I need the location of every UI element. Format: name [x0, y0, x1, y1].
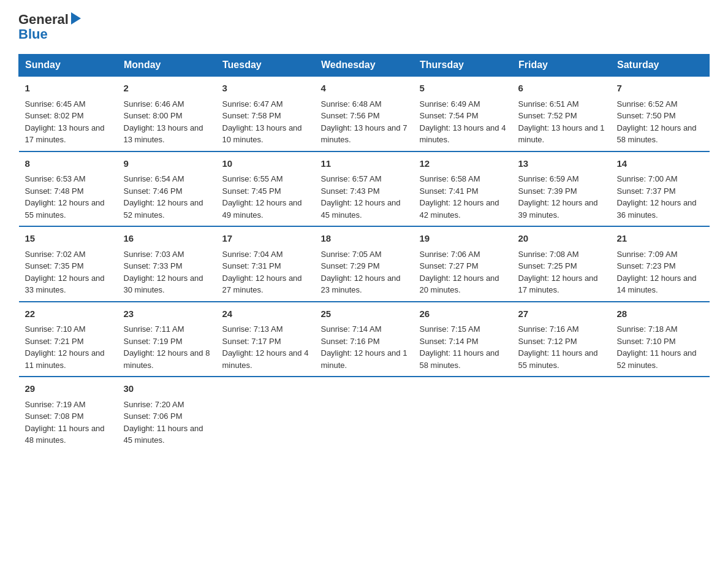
- day-info: Sunrise: 7:15 AMSunset: 7:14 PMDaylight:…: [420, 323, 506, 371]
- day-cell: 14Sunrise: 7:00 AMSunset: 7:37 PMDayligh…: [611, 151, 710, 227]
- day-cell: 15Sunrise: 7:02 AMSunset: 7:35 PMDayligh…: [19, 226, 118, 302]
- day-info: Sunrise: 6:55 AMSunset: 7:45 PMDaylight:…: [222, 173, 309, 221]
- day-number: 12: [420, 157, 506, 171]
- day-cell: 28Sunrise: 7:18 AMSunset: 7:10 PMDayligh…: [611, 302, 710, 377]
- day-cell: 2Sunrise: 6:46 AMSunset: 8:00 PMDaylight…: [118, 76, 216, 151]
- day-cell: 27Sunrise: 7:16 AMSunset: 7:12 PMDayligh…: [512, 302, 611, 377]
- day-info: Sunrise: 6:47 AMSunset: 7:58 PMDaylight:…: [222, 98, 309, 146]
- day-info: Sunrise: 6:46 AMSunset: 8:00 PMDaylight:…: [124, 98, 210, 146]
- day-number: 27: [518, 307, 605, 321]
- day-info: Sunrise: 6:57 AMSunset: 7:43 PMDaylight:…: [321, 173, 408, 221]
- day-number: 3: [222, 82, 309, 96]
- week-row-1: 1Sunrise: 6:45 AMSunset: 8:02 PMDaylight…: [19, 76, 710, 151]
- day-cell: 11Sunrise: 6:57 AMSunset: 7:43 PMDayligh…: [315, 151, 414, 227]
- day-cell: 22Sunrise: 7:10 AMSunset: 7:21 PMDayligh…: [19, 302, 118, 377]
- day-number: 16: [124, 232, 210, 246]
- day-number: 30: [124, 382, 210, 396]
- col-wednesday: Wednesday: [315, 55, 414, 77]
- day-number: 22: [25, 307, 112, 321]
- day-info: Sunrise: 6:49 AMSunset: 7:54 PMDaylight:…: [420, 98, 506, 146]
- day-info: Sunrise: 7:08 AMSunset: 7:25 PMDaylight:…: [518, 248, 605, 296]
- day-number: 26: [420, 307, 506, 321]
- day-info: Sunrise: 6:51 AMSunset: 7:52 PMDaylight:…: [518, 98, 605, 146]
- page-header: General Blue: [18, 12, 710, 42]
- day-cell: 16Sunrise: 7:03 AMSunset: 7:33 PMDayligh…: [118, 226, 216, 302]
- week-row-4: 22Sunrise: 7:10 AMSunset: 7:21 PMDayligh…: [19, 302, 710, 377]
- day-cell: 5Sunrise: 6:49 AMSunset: 7:54 PMDaylight…: [414, 76, 512, 151]
- day-cell: 21Sunrise: 7:09 AMSunset: 7:23 PMDayligh…: [611, 226, 710, 302]
- day-cell: 29Sunrise: 7:19 AMSunset: 7:08 PMDayligh…: [19, 377, 118, 451]
- day-cell: [216, 377, 315, 451]
- day-number: 28: [617, 307, 703, 321]
- week-row-3: 15Sunrise: 7:02 AMSunset: 7:35 PMDayligh…: [19, 226, 710, 302]
- day-cell: 4Sunrise: 6:48 AMSunset: 7:56 PMDaylight…: [315, 76, 414, 151]
- day-number: 20: [518, 232, 605, 246]
- day-cell: 9Sunrise: 6:54 AMSunset: 7:46 PMDaylight…: [118, 151, 216, 227]
- day-cell: 8Sunrise: 6:53 AMSunset: 7:48 PMDaylight…: [19, 151, 118, 227]
- day-info: Sunrise: 7:20 AMSunset: 7:06 PMDaylight:…: [124, 399, 210, 446]
- day-cell: 12Sunrise: 6:58 AMSunset: 7:41 PMDayligh…: [414, 151, 512, 227]
- day-info: Sunrise: 7:14 AMSunset: 7:16 PMDaylight:…: [321, 323, 408, 371]
- day-number: 18: [321, 232, 408, 246]
- day-cell: 1Sunrise: 6:45 AMSunset: 8:02 PMDaylight…: [19, 76, 118, 151]
- day-cell: 26Sunrise: 7:15 AMSunset: 7:14 PMDayligh…: [414, 302, 512, 377]
- day-number: 23: [124, 307, 210, 321]
- day-number: 2: [124, 82, 210, 96]
- calendar-header-row: Sunday Monday Tuesday Wednesday Thursday…: [19, 55, 710, 77]
- day-info: Sunrise: 7:00 AMSunset: 7:37 PMDaylight:…: [617, 173, 703, 221]
- day-number: 7: [617, 82, 703, 96]
- day-cell: 30Sunrise: 7:20 AMSunset: 7:06 PMDayligh…: [118, 377, 216, 451]
- calendar-table: Sunday Monday Tuesday Wednesday Thursday…: [18, 54, 710, 451]
- day-number: 8: [25, 157, 112, 171]
- day-number: 17: [222, 232, 309, 246]
- day-info: Sunrise: 7:06 AMSunset: 7:27 PMDaylight:…: [420, 248, 506, 296]
- col-thursday: Thursday: [414, 55, 512, 77]
- day-number: 29: [25, 382, 112, 396]
- day-number: 5: [420, 82, 506, 96]
- day-cell: 18Sunrise: 7:05 AMSunset: 7:29 PMDayligh…: [315, 226, 414, 302]
- day-cell: 3Sunrise: 6:47 AMSunset: 7:58 PMDaylight…: [216, 76, 315, 151]
- col-friday: Friday: [512, 55, 611, 77]
- day-cell: 13Sunrise: 6:59 AMSunset: 7:39 PMDayligh…: [512, 151, 611, 227]
- day-cell: 6Sunrise: 6:51 AMSunset: 7:52 PMDaylight…: [512, 76, 611, 151]
- day-info: Sunrise: 6:48 AMSunset: 7:56 PMDaylight:…: [321, 98, 408, 146]
- day-number: 24: [222, 307, 309, 321]
- day-info: Sunrise: 6:53 AMSunset: 7:48 PMDaylight:…: [25, 173, 112, 221]
- col-monday: Monday: [118, 55, 216, 77]
- day-cell: 19Sunrise: 7:06 AMSunset: 7:27 PMDayligh…: [414, 226, 512, 302]
- day-info: Sunrise: 6:58 AMSunset: 7:41 PMDaylight:…: [420, 173, 506, 221]
- day-cell: 24Sunrise: 7:13 AMSunset: 7:17 PMDayligh…: [216, 302, 315, 377]
- day-cell: [315, 377, 414, 451]
- day-cell: 7Sunrise: 6:52 AMSunset: 7:50 PMDaylight…: [611, 76, 710, 151]
- day-info: Sunrise: 7:09 AMSunset: 7:23 PMDaylight:…: [617, 248, 703, 296]
- day-number: 10: [222, 157, 309, 171]
- day-info: Sunrise: 7:11 AMSunset: 7:19 PMDaylight:…: [124, 323, 210, 371]
- day-number: 15: [25, 232, 112, 246]
- day-info: Sunrise: 6:52 AMSunset: 7:50 PMDaylight:…: [617, 98, 703, 146]
- day-info: Sunrise: 7:04 AMSunset: 7:31 PMDaylight:…: [222, 248, 309, 296]
- day-cell: 20Sunrise: 7:08 AMSunset: 7:25 PMDayligh…: [512, 226, 611, 302]
- day-info: Sunrise: 6:45 AMSunset: 8:02 PMDaylight:…: [25, 98, 112, 146]
- week-row-2: 8Sunrise: 6:53 AMSunset: 7:48 PMDaylight…: [19, 151, 710, 227]
- day-cell: [512, 377, 611, 451]
- day-cell: 25Sunrise: 7:14 AMSunset: 7:16 PMDayligh…: [315, 302, 414, 377]
- day-number: 19: [420, 232, 506, 246]
- logo: General Blue: [18, 12, 81, 42]
- day-info: Sunrise: 7:03 AMSunset: 7:33 PMDaylight:…: [124, 248, 210, 296]
- logo-text: General Blue: [18, 12, 81, 42]
- day-number: 13: [518, 157, 605, 171]
- day-number: 14: [617, 157, 703, 171]
- col-sunday: Sunday: [19, 55, 118, 77]
- day-number: 11: [321, 157, 408, 171]
- day-info: Sunrise: 7:13 AMSunset: 7:17 PMDaylight:…: [222, 323, 309, 371]
- day-info: Sunrise: 7:16 AMSunset: 7:12 PMDaylight:…: [518, 323, 605, 371]
- day-info: Sunrise: 6:54 AMSunset: 7:46 PMDaylight:…: [124, 173, 210, 221]
- day-info: Sunrise: 7:10 AMSunset: 7:21 PMDaylight:…: [25, 323, 112, 371]
- day-number: 21: [617, 232, 703, 246]
- day-cell: 10Sunrise: 6:55 AMSunset: 7:45 PMDayligh…: [216, 151, 315, 227]
- week-row-5: 29Sunrise: 7:19 AMSunset: 7:08 PMDayligh…: [19, 377, 710, 451]
- day-number: 25: [321, 307, 408, 321]
- day-cell: 17Sunrise: 7:04 AMSunset: 7:31 PMDayligh…: [216, 226, 315, 302]
- col-tuesday: Tuesday: [216, 55, 315, 77]
- day-cell: [611, 377, 710, 451]
